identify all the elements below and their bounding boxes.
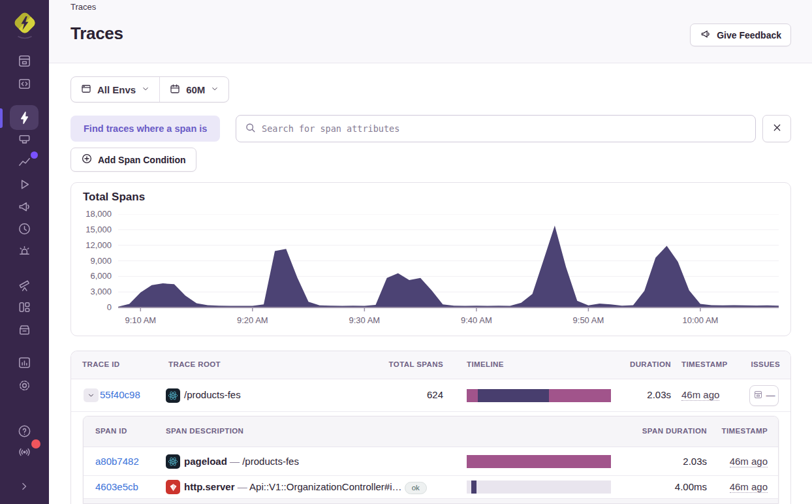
stats-icon[interactable] xyxy=(10,351,39,373)
span-timestamp-link[interactable]: 46m ago xyxy=(730,481,768,493)
col-trace-id: TRACE ID xyxy=(82,360,120,368)
traces-page: Traces Traces Give Feedback All Envs 60M xyxy=(0,0,812,504)
span-description: /products-fes xyxy=(242,456,299,467)
span-description: Api::V1::OrganizationController#i… xyxy=(249,481,401,492)
discover-icon[interactable] xyxy=(10,274,39,296)
issues-icon[interactable] xyxy=(10,50,39,72)
span-timeline-bar xyxy=(467,455,611,468)
explore-icon[interactable] xyxy=(10,72,39,95)
megaphone-icon xyxy=(700,28,711,42)
col-span-timestamp: TIMESTAMP xyxy=(702,427,768,435)
topbar: Traces Traces Give Feedback xyxy=(49,0,812,63)
col-timeline: TIMELINE xyxy=(467,360,504,368)
col-trace-root: TRACE ROOT xyxy=(168,360,221,368)
archive-icon[interactable] xyxy=(10,318,39,340)
span-row[interactable]: a80b7482 pageload — /products-fes 2.03s … xyxy=(84,447,778,476)
span-timestamp-link[interactable]: 46m ago xyxy=(730,456,768,467)
breadcrumb[interactable]: Traces xyxy=(70,2,96,12)
issues-count-dash: — xyxy=(766,390,775,401)
span-duration: 4.00ms xyxy=(629,481,707,492)
chevron-down-icon xyxy=(141,84,150,95)
close-icon xyxy=(772,122,783,135)
releases-icon[interactable] xyxy=(10,217,39,240)
broadcast-icon[interactable] xyxy=(10,441,39,463)
environment-filter[interactable]: All Envs xyxy=(71,77,159,102)
page-title: Traces xyxy=(70,24,123,44)
performance-icon[interactable] xyxy=(10,128,39,150)
active-nav-indicator xyxy=(0,108,3,128)
filter-bar: All Envs 60M xyxy=(70,76,229,102)
settings-icon[interactable] xyxy=(10,374,39,396)
time-range-filter[interactable]: 60M xyxy=(159,77,228,102)
chevron-down-icon xyxy=(210,84,219,95)
trace-issues-button[interactable]: — xyxy=(749,385,779,406)
spans-table: SPAN ID SPAN DESCRIPTION SPAN DURATION T… xyxy=(83,416,779,504)
span-status-badge: ok xyxy=(405,482,427,494)
trace-timestamp-link[interactable]: 46m ago xyxy=(681,389,719,401)
col-total-spans: TOTAL SPANS xyxy=(378,360,443,368)
col-span-id: SPAN ID xyxy=(95,427,127,435)
trace-root: /products-fes xyxy=(184,389,241,400)
calendar-icon xyxy=(169,83,181,97)
next-row-partial xyxy=(84,499,778,504)
plus-circle-icon xyxy=(81,153,93,166)
feedback-icon[interactable] xyxy=(10,195,39,217)
react-icon xyxy=(166,388,180,403)
ruby-icon xyxy=(166,480,180,494)
span-duration: 2.03s xyxy=(629,456,707,467)
trace-timeline-bar xyxy=(467,389,611,402)
react-icon xyxy=(166,454,180,469)
span-op: pageload xyxy=(184,456,227,467)
span-id-link[interactable]: a80b7482 xyxy=(95,456,139,467)
spans-table-header: SPAN ID SPAN DESCRIPTION SPAN DURATION T… xyxy=(84,417,778,447)
clear-search-button[interactable] xyxy=(762,115,791,142)
search-icon xyxy=(244,121,257,136)
trace-id-link[interactable]: 55f40c98 xyxy=(100,389,140,400)
col-issues: ISSUES xyxy=(715,360,780,368)
replays-icon[interactable] xyxy=(10,173,39,195)
total-spans-chart-panel: Total Spans 03,0006,0009,00012,00015,000… xyxy=(70,182,791,336)
traces-table-header: TRACE ID TRACE ROOT TOTAL SPANS TIMELINE… xyxy=(71,351,790,379)
add-span-condition-button[interactable]: Add Span Condition xyxy=(70,148,196,172)
search-input[interactable] xyxy=(262,123,747,134)
span-search-box xyxy=(236,115,756,142)
insights-icon[interactable] xyxy=(10,150,39,172)
insights-notification-dot xyxy=(31,151,38,159)
sentry-logo[interactable] xyxy=(10,9,39,40)
span-timeline-bar xyxy=(467,480,611,494)
col-span-description: SPAN DESCRIPTION xyxy=(166,427,243,435)
col-duration: DURATION xyxy=(606,360,671,368)
dashboards-icon[interactable] xyxy=(10,296,39,318)
issues-icon xyxy=(753,390,763,402)
trace-row[interactable]: 55f40c98 /products-fes 624 2.03s 46m ago… xyxy=(71,379,790,412)
collapse-trace-button[interactable] xyxy=(84,388,99,402)
col-span-duration: SPAN DURATION xyxy=(629,427,707,435)
give-feedback-button[interactable]: Give Feedback xyxy=(690,24,791,46)
sidebar xyxy=(0,0,49,504)
window-icon xyxy=(80,83,92,97)
trace-duration: 2.03s xyxy=(606,389,671,400)
span-row[interactable]: 4603e5cb http.server — Api::V1::Organiza… xyxy=(84,476,778,499)
total-spans-area-chart xyxy=(118,214,779,312)
span-id-link[interactable]: 4603e5cb xyxy=(95,481,138,492)
find-traces-label: Find traces where a span is xyxy=(70,116,220,142)
total-spans-value: 624 xyxy=(378,389,443,400)
collapse-icon[interactable] xyxy=(10,475,39,497)
broadcast-notification-dot xyxy=(31,439,40,449)
traces-icon[interactable] xyxy=(10,105,39,130)
chart-title: Total Spans xyxy=(83,191,145,204)
alerts-icon[interactable] xyxy=(10,240,39,262)
help-icon[interactable] xyxy=(10,420,39,442)
span-op: http.server xyxy=(184,481,235,492)
